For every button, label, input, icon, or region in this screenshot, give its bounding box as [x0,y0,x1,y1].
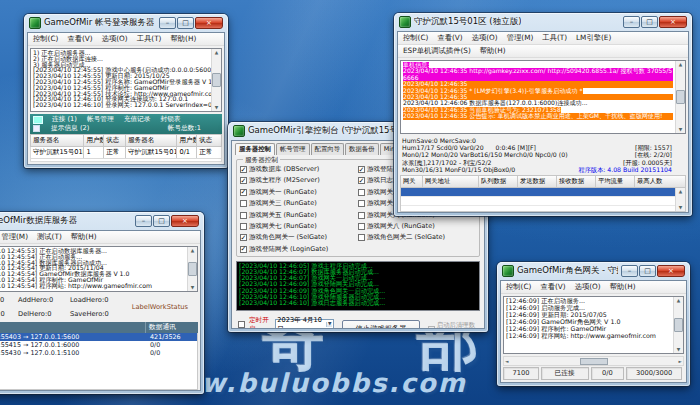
column-header[interactable]: 用户数 [84,135,104,146]
dropdown-icon[interactable]: ▼ [326,322,332,327]
menu-item[interactable]: 工具(T) [137,34,162,44]
scroll-thumb[interactable] [676,90,685,104]
scroll-down-icon[interactable]: ▼ [215,105,218,110]
menu-item[interactable]: 控制(C) [33,34,58,44]
menu-item[interactable]: 选项(O) [102,34,128,44]
menu-item[interactable]: 帮助(H) [170,34,196,44]
minimize-icon[interactable]: – [621,265,638,277]
toolbar-tab[interactable]: 封锁表 [160,115,180,124]
gateway-row[interactable] [401,197,675,206]
scroll-thumb[interactable] [674,318,683,332]
column-header[interactable]: 网关 [401,176,423,187]
menu-item[interactable]: 测试(T) [37,232,62,242]
service-checkbox[interactable] [358,234,365,241]
table-cell[interactable]: 正常 [197,147,221,158]
close-icon[interactable]: × [171,215,199,227]
column-header[interactable]: 队列数据 [479,176,518,187]
table-cell[interactable]: 守护沉默15号01区 [31,147,84,158]
menu-item[interactable]: 帮助(H) [480,46,506,56]
maximize-icon[interactable]: □ [639,265,656,277]
menu-item[interactable]: 选项(O) [575,282,601,292]
menu-item[interactable]: 选项(O) [472,33,498,43]
clean-checkbox[interactable] [428,326,435,329]
toolbar-tab[interactable]: 帐号管理 [87,115,114,124]
menu-item[interactable]: 查看(V) [67,34,92,44]
scroll-down-icon[interactable]: ▼ [679,127,682,132]
scroll-thumb[interactable] [580,358,608,365]
maximize-icon[interactable]: □ [153,215,170,227]
scroll-thumb[interactable] [212,73,221,87]
menu-item[interactable]: 帮助(H) [610,282,636,292]
scroll-down-icon[interactable]: ▼ [677,347,680,352]
service-checkbox[interactable] [358,223,365,230]
menu-item[interactable]: LM引擎(E) [576,33,611,43]
table-cell[interactable]: 守护沉默15号01区 [126,147,177,158]
column-header[interactable]: 发送数据 [518,176,557,187]
column-header[interactable]: 平均流量 [596,176,635,187]
tab[interactable]: 帐号管理 [276,143,310,155]
menu-item[interactable]: ESP单机调试插件(S) [403,46,471,56]
menu-item[interactable]: 管理(M) [507,33,534,43]
stop-server-button[interactable]: 停止游戏服务器(T) [342,320,419,329]
maximize-icon[interactable]: □ [641,16,658,28]
maximize-icon[interactable]: □ [177,17,194,29]
service-checkbox[interactable] [240,212,247,219]
scroll-up-icon[interactable]: ▲ [191,248,194,253]
scroll-down-icon[interactable]: ▼ [191,285,194,290]
menu-item[interactable]: 工具(T) [542,33,567,43]
service-checkbox[interactable]: ✓ [240,177,247,184]
menu-item[interactable]: 管理(M) [1,232,28,242]
titlebar-login-server[interactable]: GameOfMir 帐号登录服务器 – □ × [24,14,228,32]
close-icon[interactable]: × [659,16,687,28]
titlebar-role-gateway[interactable]: GameOfMir角色网关 - 守护沉默15号0... – □ × [497,262,690,280]
menu-item[interactable]: 控制(C) [506,282,531,292]
tab[interactable]: 配置向导 [311,143,345,155]
scroll-up-icon[interactable]: ▲ [679,62,682,67]
menu-item[interactable]: 帮助(H) [71,232,97,242]
service-checkbox[interactable] [240,200,247,207]
horizontal-scrollbar[interactable]: ◄ ► [503,356,684,366]
titlebar-db-server[interactable]: GameOfMir数据库服务器 – □ × [0,212,204,230]
scrollbar[interactable]: ▲ ▼ [187,247,197,291]
column-header[interactable]: 网关地址 [423,176,479,187]
scroll-up-icon[interactable]: ▲ [677,298,680,303]
menu-item[interactable]: 控制(C) [403,33,428,43]
connection-row[interactable]: 127.0.0.1:55403 → 127.0.0.1:5600 421/352… [0,333,197,341]
tab[interactable]: 服务器控制 [235,143,275,155]
scroll-up-icon[interactable]: ▲ [215,50,218,55]
gateway-row-selected[interactable] [401,188,675,197]
close-icon[interactable]: × [195,17,223,29]
service-checkbox[interactable]: ✓ [240,189,247,196]
scroll-right-icon[interactable]: ► [679,359,682,364]
service-checkbox[interactable]: ✓ [240,166,247,173]
connection-row[interactable]: 127.0.0.1:55430 → 127.0.0.1:5100 0/0 [0,349,197,357]
service-checkbox[interactable] [358,200,365,207]
column-header[interactable]: 连接统计 [0,322,146,333]
service-checkbox[interactable] [240,223,247,230]
scrollbar[interactable]: ▲ ▼ [673,297,683,353]
minimize-icon[interactable]: – [623,16,640,28]
column-header[interactable]: 接收数据 [557,176,596,187]
service-checkbox[interactable]: ✓ [240,246,247,253]
column-header[interactable]: 数据通讯 [146,322,198,333]
close-icon[interactable]: × [657,265,685,277]
table-cell[interactable]: 0/1 [177,147,197,158]
column-header[interactable]: 最高人数 [635,176,685,187]
table-cell[interactable]: 正常 [104,147,126,158]
toolbar-tab[interactable]: 充值记录 [124,115,151,124]
column-header[interactable]: 用户数 [177,135,197,146]
column-header[interactable]: 状态 [197,135,221,146]
connection-row[interactable]: 127.0.0.1:55415 → 127.0.0.1:6000 0/0 [0,341,197,349]
scroll-thumb[interactable] [188,262,197,276]
service-checkbox[interactable] [358,212,365,219]
date-picker[interactable]: 2023年 4月10日 ▼ [275,319,334,329]
scroll-left-icon[interactable]: ◄ [505,359,508,364]
menu-item[interactable]: 查看(V) [540,282,565,292]
column-header[interactable]: 服务器名 [31,135,84,146]
scrollbar[interactable]: ▲ ▼ [675,61,685,133]
tip-checkbox[interactable] [33,125,40,132]
titlebar-m2-server[interactable]: 守护沉默15号01区 (独立版) – □ × [394,13,692,31]
service-checkbox[interactable] [358,189,365,196]
timer-checkbox[interactable] [238,321,245,328]
scroll-down-icon[interactable]: ▼ [679,205,682,210]
